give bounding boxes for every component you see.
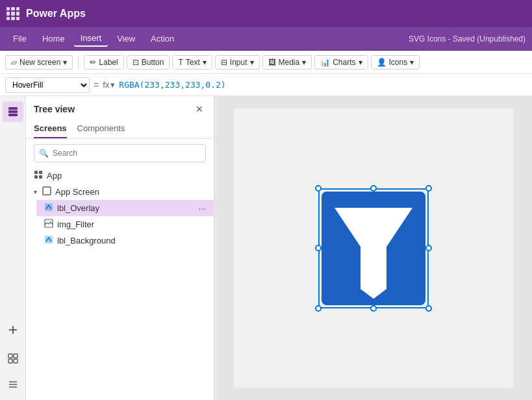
app-title: Power Apps <box>26 8 86 19</box>
text-icon: T <box>178 58 183 67</box>
handle-bm[interactable] <box>370 305 377 312</box>
label-icon: ✏ <box>90 58 96 67</box>
input-chevron-icon: ▾ <box>250 58 254 67</box>
tab-screens[interactable]: Screens <box>34 119 67 138</box>
menu-file[interactable]: File <box>6 31 33 46</box>
menubar: File Home Insert View Action SVG Icons -… <box>0 27 532 51</box>
fx-icon: fx <box>103 80 109 90</box>
sidebar-icon-components[interactable] <box>3 348 23 369</box>
menu-home[interactable]: Home <box>36 31 71 46</box>
sidebar-icons <box>0 96 26 400</box>
tree-item-lbl-overlay-label: lbl_Overlay <box>57 203 99 213</box>
svg-rect-13 <box>39 171 42 174</box>
property-selector[interactable]: HoverFill <box>5 77 90 93</box>
svg-rect-6 <box>14 354 18 358</box>
svg-rect-12 <box>34 171 38 174</box>
svg-rect-8 <box>14 359 18 363</box>
new-screen-chevron-icon: ▾ <box>63 58 67 67</box>
text-button[interactable]: T Text ▾ <box>172 55 212 69</box>
icons-chevron-icon: ▾ <box>410 58 414 67</box>
screen-icon <box>42 186 51 197</box>
grid-icon[interactable] <box>6 7 19 20</box>
more-options-icon[interactable]: ··· <box>198 203 206 214</box>
sidebar-icon-variables[interactable] <box>3 374 23 395</box>
formulabar: HoverFill = fx ▾ <box>0 74 532 96</box>
search-icon: 🔍 <box>39 149 49 158</box>
toolbar: ▱ New screen ▾ ✏ Label ⊡ Button T Text ▾… <box>0 51 532 74</box>
button-icon: ⊡ <box>133 58 139 67</box>
tree-close-button[interactable]: ✕ <box>193 103 206 116</box>
media-chevron-icon: ▾ <box>302 58 306 67</box>
sidebar-icon-add[interactable] <box>3 319 23 340</box>
tree-item-lbl-background-label: lbl_Background <box>57 236 116 245</box>
tree-panel: Tree view ✕ Screens Components 🔍 App ▾ <box>26 96 214 400</box>
tree-tabs: Screens Components <box>26 119 214 139</box>
image-item-icon <box>44 219 53 230</box>
handle-mr[interactable] <box>425 245 432 251</box>
svg-rect-0 <box>8 107 18 110</box>
tree-item-appscreen[interactable]: ▾ App Screen <box>26 184 214 200</box>
svg-rect-14 <box>34 175 38 179</box>
new-screen-icon: ▱ <box>11 58 17 67</box>
input-icon: ⊟ <box>221 58 227 67</box>
icons-icon: 👤 <box>377 58 386 67</box>
tree-content: App ▾ App Screen lbl_Overlay ··· <box>26 168 214 400</box>
icons-button[interactable]: 👤 Icons ▾ <box>371 55 420 69</box>
app-icon <box>34 170 43 181</box>
canvas-content <box>234 108 513 388</box>
tree-item-img-filter-label: img_Filter <box>57 219 94 229</box>
menu-insert[interactable]: Insert <box>74 31 108 47</box>
tree-header: Tree view ✕ <box>26 96 214 119</box>
toolbar-separator-1 <box>78 56 79 69</box>
label-bg-icon <box>44 235 53 246</box>
tab-components[interactable]: Components <box>77 119 125 138</box>
tree-item-app[interactable]: App <box>26 168 214 184</box>
svg-rect-16 <box>43 187 51 195</box>
expand-icon[interactable]: ▾ <box>34 188 37 195</box>
fx-dropdown-icon[interactable]: ▾ <box>110 80 115 90</box>
new-screen-button[interactable]: ▱ New screen ▾ <box>5 55 73 69</box>
handle-tm[interactable] <box>370 185 377 192</box>
charts-button[interactable]: 📊 Charts ▾ <box>314 55 368 69</box>
selection-border <box>318 188 429 308</box>
fx-indicator: fx ▾ <box>103 80 115 90</box>
svg-rect-7 <box>8 359 12 363</box>
svg-rect-15 <box>39 175 42 179</box>
handle-tr[interactable] <box>425 185 432 192</box>
text-chevron-icon: ▾ <box>203 58 207 67</box>
input-button[interactable]: ⊟ Input ▾ <box>215 55 260 69</box>
tree-item-app-label: App <box>47 171 62 181</box>
main-layout: Tree view ✕ Screens Components 🔍 App ▾ <box>0 96 532 400</box>
button-button[interactable]: ⊡ Button <box>127 55 170 69</box>
search-container: 🔍 <box>34 144 206 162</box>
menu-action[interactable]: Action <box>144 31 181 46</box>
menu-view[interactable]: View <box>110 31 142 46</box>
canvas-area[interactable] <box>214 96 532 400</box>
svg-rect-2 <box>8 114 18 116</box>
tree-item-lbl-background[interactable]: lbl_Background <box>36 232 214 249</box>
formula-input[interactable] <box>119 80 527 90</box>
save-status: SVG Icons - Saved (Unpublished) <box>409 34 526 44</box>
handle-br[interactable] <box>425 305 432 312</box>
tree-item-lbl-overlay[interactable]: lbl_Overlay ··· <box>36 200 214 216</box>
handle-bl[interactable] <box>315 305 322 312</box>
charts-chevron-icon: ▾ <box>359 58 362 67</box>
sidebar-icon-layers[interactable] <box>3 101 23 122</box>
filter-icon-container[interactable] <box>318 188 429 308</box>
handle-ml[interactable] <box>315 245 322 251</box>
equals-sign: = <box>94 80 99 90</box>
svg-rect-5 <box>8 354 12 358</box>
titlebar: Power Apps <box>0 0 532 27</box>
media-button[interactable]: 🖼 Media ▾ <box>262 55 312 69</box>
handle-tl[interactable] <box>315 185 322 192</box>
label-button[interactable]: ✏ Label <box>84 55 123 69</box>
search-input[interactable] <box>34 144 206 162</box>
tree-item-appscreen-label: App Screen <box>55 187 99 197</box>
charts-icon: 📊 <box>320 58 330 67</box>
media-icon: 🖼 <box>268 58 276 67</box>
label-item-icon <box>44 203 53 214</box>
svg-rect-1 <box>8 110 18 113</box>
tree-item-img-filter[interactable]: img_Filter <box>36 216 214 232</box>
tree-title: Tree view <box>34 104 75 114</box>
